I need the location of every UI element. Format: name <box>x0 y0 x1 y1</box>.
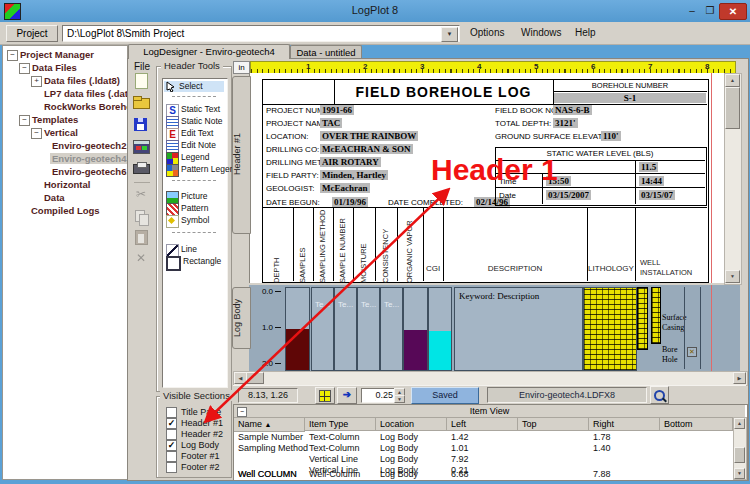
water-depth-value[interactable]: 11.5 <box>639 162 658 172</box>
paste-button[interactable] <box>132 229 151 247</box>
checkbox-header-1[interactable]: ✓Header #1 <box>166 418 223 429</box>
checkbox-icon[interactable]: ✓ <box>166 418 177 429</box>
save-button[interactable] <box>132 116 151 134</box>
tree-item-data[interactable]: Data <box>44 191 65 204</box>
tree-expander-icon[interactable]: − <box>19 63 30 74</box>
logbody-text-column[interactable]: Te... <box>380 287 403 371</box>
tree-expander-icon[interactable]: − <box>19 115 30 126</box>
close-button[interactable]: ✕ <box>719 3 747 20</box>
logbody-section-tab[interactable]: Log Body <box>232 287 251 349</box>
scroll-right-button[interactable]: ▶ <box>733 372 746 384</box>
step-down-button[interactable]: ▼ <box>394 395 405 403</box>
logbody-vertical-line[interactable] <box>684 287 685 369</box>
table-cell[interactable]: Log Body <box>376 443 418 453</box>
snap-arrow-button[interactable]: ➔ <box>337 387 357 404</box>
col-header-left[interactable]: Left <box>447 418 518 431</box>
logbody-description-column[interactable]: Keyword: Description <box>454 287 583 371</box>
scroll-up-button[interactable]: ▲ <box>734 418 745 429</box>
table-cell[interactable]: 7.88 <box>589 469 611 479</box>
designer-menu-file[interactable]: File <box>134 61 150 72</box>
menu-windows[interactable]: Windows <box>521 27 562 38</box>
tool-select[interactable]: Select <box>164 81 224 92</box>
checkbox-log-body[interactable]: ✓Log Body <box>166 440 219 451</box>
table-cell[interactable]: Vertical Line <box>305 454 358 464</box>
checkbox-icon[interactable]: ✓ <box>166 440 177 451</box>
table-cell[interactable]: 1.01 <box>447 443 469 453</box>
horizontal-scrollbar[interactable] <box>233 371 748 386</box>
delete-button[interactable]: ✕ <box>132 250 150 268</box>
tree-expander-icon[interactable]: − <box>31 128 42 139</box>
table-cell[interactable]: Well COLUMN <box>234 469 297 479</box>
tree-item-compiled-logs[interactable]: Compiled Logs <box>31 204 100 217</box>
tool-picture[interactable]: Picture <box>164 191 207 202</box>
tab-data-untitled[interactable]: Data - untitled <box>290 45 362 59</box>
well-symbol-marker[interactable]: ✕ <box>687 347 697 357</box>
table-cell[interactable]: 6.68 <box>447 469 469 479</box>
water-date-2[interactable]: 03/15/07 <box>639 190 675 200</box>
scrollbar-thumb[interactable] <box>734 447 745 463</box>
field-value[interactable]: Minden, Hartley <box>320 170 388 180</box>
col-header-item-type[interactable]: Item Type <box>305 418 376 431</box>
field-value[interactable]: 1991-66 <box>320 105 354 115</box>
open-button[interactable] <box>132 94 151 112</box>
field-value[interactable]: 3121' <box>553 118 578 128</box>
collapse-panel-button[interactable]: − <box>237 407 247 417</box>
tool-edit-note[interactable]: Edit Note <box>164 140 216 151</box>
logbody-text-column[interactable]: Te... <box>357 287 380 371</box>
checkbox-icon[interactable] <box>166 429 177 440</box>
table-cell[interactable]: Log Body <box>376 432 418 442</box>
tree-expander-icon[interactable]: + <box>31 76 42 87</box>
tree-expander-icon[interactable]: − <box>7 50 18 61</box>
tool-edit-text[interactable]: EEdit Text <box>164 128 213 139</box>
table-cell[interactable]: Text-Column <box>305 443 360 453</box>
minimize-button[interactable]: – <box>683 3 701 18</box>
tree-item-horizontal[interactable]: Horizontal <box>44 178 90 191</box>
table-cell[interactable]: Well-Column <box>305 469 360 479</box>
table-cell[interactable]: 1.40 <box>589 443 611 453</box>
scroll-down-button[interactable]: ▼ <box>734 468 745 479</box>
tool-static-note[interactable]: Static Note <box>164 116 223 127</box>
field-value[interactable]: TAC <box>320 118 342 128</box>
field-value[interactable]: NAS-6-B <box>553 105 592 115</box>
checkbox-icon[interactable] <box>166 462 177 473</box>
water-time-2[interactable]: 14:44 <box>639 176 664 186</box>
checkbox-title-page[interactable]: Title Page <box>166 407 221 418</box>
logbody-lithology-pattern-column[interactable] <box>583 287 637 371</box>
print-button[interactable] <box>132 161 151 179</box>
tab-logdesigner[interactable]: LogDesigner - Enviro-geotech4 <box>128 44 290 59</box>
field-value[interactable]: OVER THE RAINBOW <box>320 131 418 141</box>
table-cell[interactable]: Sample Number <box>234 432 303 442</box>
combo-dropdown-button[interactable]: ▼ <box>441 27 458 42</box>
scroll-down-button[interactable]: ▼ <box>725 270 740 283</box>
water-time-1[interactable]: 15:50 <box>546 176 571 186</box>
scroll-up-button[interactable]: ▲ <box>725 74 740 87</box>
checkbox-footer-1[interactable]: Footer #1 <box>166 451 220 462</box>
col-header-right[interactable]: Right <box>589 418 660 431</box>
tool-symbol[interactable]: Symbol <box>164 215 209 226</box>
field-value[interactable]: McEACHRAN & SON <box>320 144 413 154</box>
scrollbar-thumb[interactable] <box>246 372 264 384</box>
logbody-bar-column[interactable] <box>403 287 428 371</box>
field-value[interactable]: AIR ROTARY <box>320 157 381 167</box>
col-header-top[interactable]: Top <box>518 418 589 431</box>
well-casing-bar[interactable] <box>651 287 661 344</box>
tool-rectangle[interactable]: Rectangle <box>164 256 221 267</box>
checkbox-footer-2[interactable]: Footer #2 <box>166 462 220 473</box>
copy-button[interactable] <box>132 208 151 226</box>
menu-options[interactable]: Options <box>470 27 504 38</box>
table-cell[interactable]: Sampling Method <box>234 443 308 453</box>
menu-help[interactable]: Help <box>575 27 596 38</box>
table-cell[interactable]: 1.42 <box>447 432 469 442</box>
tool-pattern[interactable]: Pattern <box>164 203 208 214</box>
tool-pattern-legend[interactable]: Pattern Legend <box>164 164 239 175</box>
tool-legend[interactable]: Legend <box>164 152 209 163</box>
logbody-vertical-line[interactable] <box>700 287 701 369</box>
checkbox-icon[interactable] <box>166 451 177 462</box>
col-header-bottom[interactable]: Bottom <box>660 418 733 431</box>
saved-status-button[interactable]: Saved <box>411 387 479 404</box>
logbody-text-column[interactable]: Te... <box>311 287 334 371</box>
logbody-bar-column[interactable] <box>428 287 452 371</box>
project-button[interactable]: Project <box>6 25 58 42</box>
field-value[interactable]: 110' <box>601 131 621 141</box>
maximize-button[interactable]: ❐ <box>701 3 719 18</box>
